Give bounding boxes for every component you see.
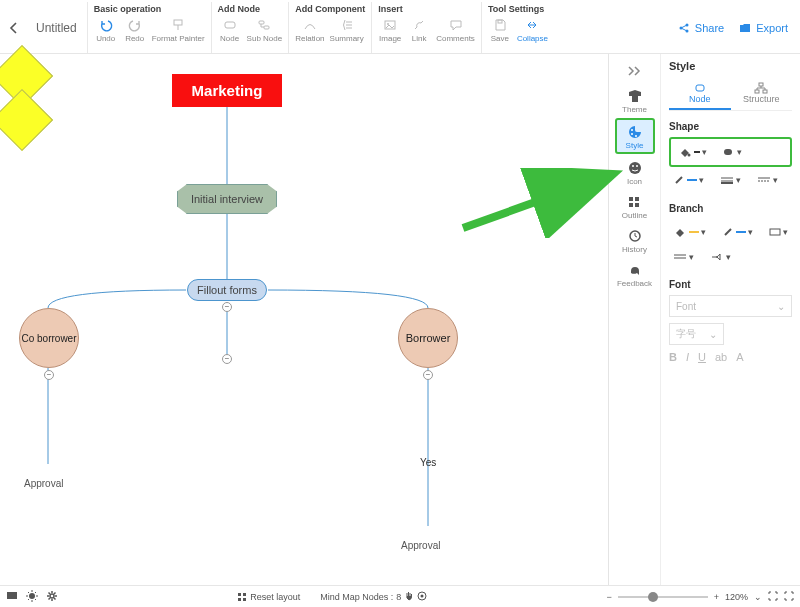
svg-rect-23 xyxy=(755,90,759,93)
insert-image-button[interactable]: Image xyxy=(378,17,402,43)
underline-button[interactable]: U xyxy=(698,351,706,363)
branch-shape-button[interactable]: ▾ xyxy=(765,224,792,240)
italic-button[interactable]: I xyxy=(686,351,689,363)
nodes-label: Mind Map Nodes : xyxy=(320,592,393,602)
export-button[interactable]: Export xyxy=(738,21,788,35)
node-borrower[interactable]: Borrower xyxy=(398,308,458,368)
back-button[interactable] xyxy=(4,18,24,38)
zoom-in-button[interactable]: + xyxy=(714,592,719,602)
svg-rect-17 xyxy=(635,197,639,201)
node-forms[interactable]: Fillout forms xyxy=(187,279,267,301)
group-addcomp-title: Add Component xyxy=(295,2,365,17)
undo-button[interactable]: Undo xyxy=(94,17,118,43)
svg-rect-16 xyxy=(629,197,633,201)
collapse-toggle[interactable]: − xyxy=(222,354,232,364)
node-interview[interactable]: Initial interview xyxy=(177,184,277,214)
svg-rect-0 xyxy=(174,20,182,25)
zoom-out-button[interactable]: − xyxy=(606,592,611,602)
branch-fill-button[interactable]: ▾ xyxy=(669,223,710,241)
sidebar-theme[interactable]: Theme xyxy=(615,84,655,116)
font-size-select[interactable]: 字号⌄ xyxy=(669,323,724,345)
brightness-icon[interactable] xyxy=(26,590,38,604)
panel-title: Style xyxy=(669,60,792,72)
svg-point-36 xyxy=(421,594,424,597)
svg-rect-18 xyxy=(629,203,633,207)
zoom-value: 120% xyxy=(725,592,748,602)
collapse-toggle[interactable]: − xyxy=(423,370,433,380)
svg-point-15 xyxy=(636,165,638,167)
center-icon[interactable] xyxy=(417,591,427,603)
collapse-button[interactable]: Collapse xyxy=(517,17,548,43)
doc-title[interactable]: Untitled xyxy=(36,21,77,35)
sidebar-feedback[interactable]: Feedback xyxy=(615,258,655,290)
strike-button[interactable]: ab xyxy=(715,351,727,363)
group-basic-title: Basic operation xyxy=(94,2,205,17)
presentation-icon[interactable] xyxy=(6,590,18,604)
group-addnode-title: Add Node xyxy=(218,2,283,17)
svg-point-10 xyxy=(631,129,633,131)
svg-point-30 xyxy=(50,594,54,598)
svg-rect-34 xyxy=(243,598,246,601)
sidebar-history[interactable]: History xyxy=(615,224,655,256)
add-node-button[interactable]: Node xyxy=(218,17,242,43)
share-button[interactable]: Share xyxy=(677,21,724,35)
insert-link-button[interactable]: Link xyxy=(407,17,431,43)
nodes-count: 8 xyxy=(396,592,401,602)
node-marketing[interactable]: Marketing xyxy=(172,74,282,107)
node-approval-2[interactable] xyxy=(0,89,53,151)
sidebar-outline[interactable]: Outline xyxy=(615,190,655,222)
shape-type-button[interactable]: ▾ xyxy=(717,143,746,161)
sidebar-style[interactable]: Style xyxy=(615,118,655,154)
svg-rect-22 xyxy=(759,83,763,86)
fit-screen-icon[interactable] xyxy=(768,591,778,603)
branch-weight-button[interactable]: ▾ xyxy=(669,249,698,265)
section-font-label: Font xyxy=(669,279,792,290)
svg-point-25 xyxy=(688,154,691,157)
zoom-dropdown[interactable]: ⌄ xyxy=(754,592,762,602)
collapse-toggle[interactable]: − xyxy=(222,302,232,312)
svg-rect-26 xyxy=(724,149,732,155)
reset-layout-button[interactable]: Reset layout xyxy=(237,591,300,603)
pan-icon[interactable] xyxy=(404,591,414,603)
branch-label-yes: Yes xyxy=(420,457,436,468)
tab-structure[interactable]: Structure xyxy=(731,80,793,110)
section-branch-label: Branch xyxy=(669,203,792,214)
collapse-toggle[interactable]: − xyxy=(44,370,54,380)
svg-rect-31 xyxy=(238,593,241,596)
svg-point-29 xyxy=(29,593,35,599)
border-weight-button[interactable]: ▾ xyxy=(716,172,745,188)
redo-button[interactable]: Redo xyxy=(123,17,147,43)
svg-rect-1 xyxy=(225,22,235,28)
canvas[interactable]: Marketing Initial interview Fillout form… xyxy=(0,54,608,585)
border-color-button[interactable]: ▾ xyxy=(669,171,708,189)
zoom-slider[interactable] xyxy=(618,596,708,598)
font-color-button[interactable]: A xyxy=(736,351,743,363)
branch-line-button[interactable]: ▾ xyxy=(718,223,757,241)
group-insert-title: Insert xyxy=(378,2,475,17)
sidebar-icon[interactable]: Icon xyxy=(615,156,655,188)
node-coborrower[interactable]: Co borrower xyxy=(19,308,79,368)
insert-comments-button[interactable]: Comments xyxy=(436,17,475,43)
border-style-button[interactable]: ▾ xyxy=(753,172,782,188)
svg-rect-27 xyxy=(770,229,780,235)
svg-rect-6 xyxy=(498,20,502,23)
save-button[interactable]: Save xyxy=(488,17,512,43)
summary-button[interactable]: Summary xyxy=(330,17,364,43)
svg-rect-21 xyxy=(696,85,704,91)
font-select[interactable]: Font⌄ xyxy=(669,295,792,317)
fullscreen-icon[interactable] xyxy=(784,591,794,603)
bold-button[interactable]: B xyxy=(669,351,677,363)
section-shape-label: Shape xyxy=(669,121,792,132)
branch-connector-button[interactable]: ▾ xyxy=(706,249,735,265)
svg-rect-32 xyxy=(243,593,246,596)
tab-node[interactable]: Node xyxy=(669,80,731,110)
settings-icon[interactable] xyxy=(46,590,58,604)
relation-button[interactable]: Relation xyxy=(295,17,324,43)
svg-rect-24 xyxy=(763,90,767,93)
highlight-arrow xyxy=(458,168,628,238)
add-subnode-button[interactable]: Sub Node xyxy=(247,17,283,43)
panel-collapse-button[interactable] xyxy=(615,60,655,82)
format-painter-button[interactable]: Format Painter xyxy=(152,17,205,43)
svg-point-12 xyxy=(635,135,637,137)
shape-fill-button[interactable]: ▾ xyxy=(674,143,711,161)
